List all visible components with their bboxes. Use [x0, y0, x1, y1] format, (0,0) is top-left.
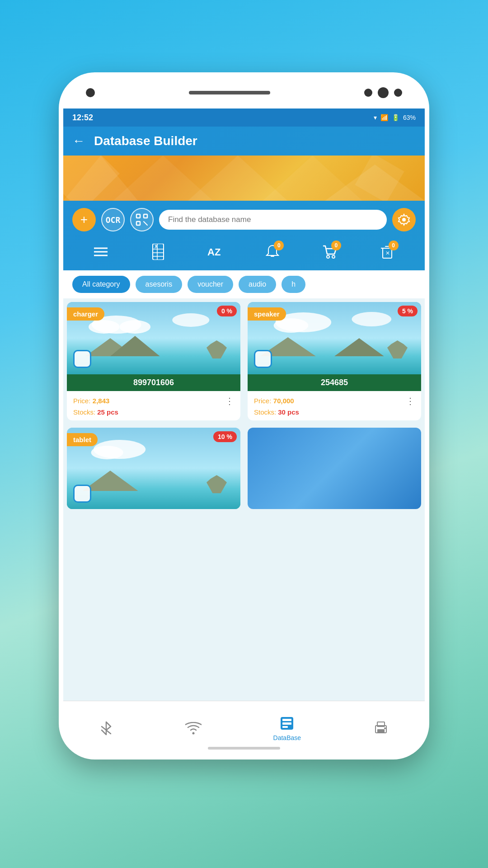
hamburger-button[interactable]	[89, 241, 112, 263]
charger-more-button[interactable]: ⋮	[225, 396, 234, 406]
status-time: 12:52	[72, 113, 93, 123]
speaker-price-label: Price:	[254, 397, 271, 405]
bluetooth-icon	[99, 720, 113, 736]
product-card-tablet[interactable]: tablet 10 %	[67, 428, 240, 509]
gear-icon	[398, 213, 410, 226]
battery-pct: 63%	[403, 114, 416, 121]
database-nav-label: DataBase	[273, 734, 301, 741]
product-grid: charger 0 %	[63, 298, 425, 513]
settings-button[interactable]	[392, 208, 416, 231]
svg-line-8	[144, 222, 147, 225]
wifi-icon: ▾	[374, 114, 377, 121]
category-h[interactable]: h	[282, 276, 305, 293]
nav-wifi[interactable]	[185, 722, 202, 735]
add-button[interactable]: +	[72, 208, 96, 231]
sort-button[interactable]: AZ	[204, 241, 227, 263]
product-card-charger[interactable]: charger 0 %	[67, 302, 240, 420]
speaker-discount: 5 %	[398, 306, 418, 316]
charger-discount: 0 %	[217, 306, 237, 316]
header-title-row: ← Database Builder	[72, 134, 416, 148]
status-icons: ▾ 📶 🔋 63%	[374, 114, 416, 121]
home-indicator	[208, 747, 280, 750]
svg-rect-6	[144, 214, 147, 218]
phone-inner: 12:52 ▾ 📶 🔋 63% ← Database Builder	[63, 77, 425, 755]
svg-rect-7	[136, 222, 140, 225]
database-icon	[279, 715, 295, 731]
scan-button[interactable]	[130, 208, 154, 231]
notification-badge: 0	[274, 241, 284, 250]
svg-rect-46	[282, 719, 291, 721]
nav-bluetooth[interactable]	[99, 720, 113, 736]
svg-rect-50	[377, 729, 385, 733]
svg-text:X: X	[155, 244, 158, 249]
product-card-speaker[interactable]: speaker 5 %	[248, 302, 421, 420]
front-cam-small	[364, 89, 372, 97]
speaker-stock-row: Stocks: 30 pcs	[254, 408, 415, 416]
partial-card-right	[248, 428, 421, 509]
search-input-wrap[interactable]	[159, 210, 387, 230]
plus-icon: +	[80, 212, 88, 227]
back-button[interactable]: ←	[72, 134, 85, 148]
cart-button[interactable]: 0	[319, 241, 341, 263]
notification-button[interactable]: 0	[261, 241, 284, 263]
ocr-button[interactable]: OCR	[101, 208, 125, 231]
category-audio[interactable]: audio	[239, 276, 276, 293]
nav-print[interactable]	[373, 721, 389, 736]
svg-point-42	[91, 446, 123, 459]
speaker-checkbox[interactable]	[254, 350, 272, 368]
svg-point-29	[89, 320, 120, 334]
phone-frame: 12:52 ▾ 📶 🔋 63% ← Database Builder	[59, 72, 429, 760]
orange-banner	[63, 156, 425, 201]
svg-point-44	[192, 732, 194, 734]
svg-text:✕: ✕	[385, 250, 390, 256]
charger-checkbox[interactable]	[73, 350, 91, 368]
toolbar-row: X AZ 0	[72, 237, 416, 270]
speaker-grille	[189, 91, 270, 94]
battery-icon: 🔋	[392, 114, 399, 121]
phone-notch	[63, 77, 425, 108]
scan-icon	[136, 213, 148, 226]
signal-icon: 📶	[380, 114, 388, 121]
charger-info: Price: 2,843 ⋮ Stocks: 25 pcs	[67, 391, 240, 420]
category-asesoris[interactable]: asesoris	[136, 276, 183, 293]
charger-price-row: Price: 2,843 ⋮	[73, 396, 234, 406]
print-icon	[373, 721, 389, 736]
svg-text:AZ: AZ	[207, 246, 221, 258]
search-row: + OCR	[72, 201, 416, 237]
speaker-price-value: 70,000	[273, 397, 294, 405]
svg-point-30	[120, 320, 151, 334]
hamburger-icon	[94, 247, 108, 257]
cart-badge: 0	[331, 241, 341, 250]
category-voucher[interactable]: voucher	[188, 276, 233, 293]
status-bar: 12:52 ▾ 📶 🔋 63%	[63, 108, 425, 127]
page-title: Database Builder	[94, 134, 197, 148]
wifi-icon	[185, 722, 202, 735]
svg-rect-5	[136, 214, 140, 218]
category-all[interactable]: All category	[72, 276, 130, 293]
search-input[interactable]	[168, 215, 378, 224]
svg-point-31	[172, 313, 209, 327]
tablet-tag: tablet	[67, 433, 98, 446]
svg-point-22	[332, 255, 335, 258]
nav-database[interactable]: DataBase	[273, 715, 301, 741]
svg-point-21	[327, 255, 329, 258]
tablet-discount: 10 %	[213, 431, 237, 442]
excel-icon: X	[151, 244, 165, 260]
excel-button[interactable]: X	[147, 241, 169, 263]
front-cam-large	[378, 87, 389, 98]
delete-badge: 0	[389, 241, 399, 250]
speaker-info: Price: 70,000 ⋮ Stocks: 30 pcs	[248, 391, 421, 420]
svg-rect-48	[282, 726, 288, 728]
charger-code: 899701606	[67, 374, 240, 391]
front-camera-right	[364, 87, 402, 98]
delete-button[interactable]: ✕ 0	[376, 241, 399, 263]
ocr-icon: OCR	[106, 215, 121, 225]
svg-point-37	[352, 312, 391, 326]
speaker-more-button[interactable]: ⋮	[406, 396, 415, 406]
speaker-stock-value: 30 pcs	[278, 408, 299, 416]
screen: 12:52 ▾ 📶 🔋 63% ← Database Builder	[63, 108, 425, 701]
tablet-checkbox[interactable]	[73, 485, 91, 503]
front-cam-extra	[394, 89, 402, 97]
speaker-code: 254685	[248, 374, 421, 391]
az-sort-icon: AZ	[207, 245, 224, 258]
